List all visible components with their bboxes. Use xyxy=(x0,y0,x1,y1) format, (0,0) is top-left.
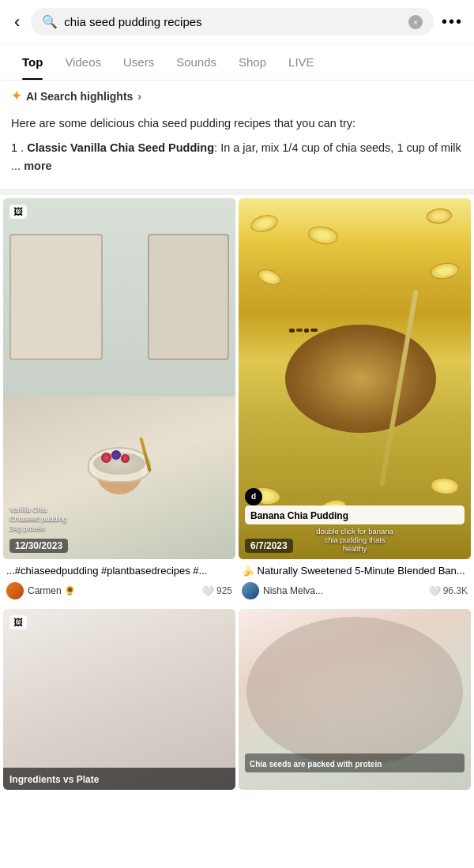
ai-content-section: Here are some delicious chia seed puddin… xyxy=(0,111,474,195)
card4-overlay: Chia seeds are packed with protein xyxy=(245,753,465,772)
video-label-2: Banana Chia Pudding xyxy=(245,505,465,524)
tabs-bar: Top Videos Users Sounds Shop LIVE xyxy=(0,44,474,81)
card1-overlay-line2: Chiaseed pudding xyxy=(9,515,67,523)
tiktok-icon-2: d xyxy=(245,488,262,505)
search-bar[interactable]: 🔍 chia seed pudding recipes × xyxy=(31,8,434,36)
ai-star-icon: ✦ xyxy=(11,88,21,103)
tab-top[interactable]: Top xyxy=(11,44,54,80)
pin-icon-1: 🖼 xyxy=(9,205,27,219)
tab-sounds[interactable]: Sounds xyxy=(165,44,228,80)
search-icon: 🔍 xyxy=(42,14,58,29)
more-options-button[interactable]: ••• xyxy=(442,13,463,31)
tab-shop[interactable]: Shop xyxy=(228,44,277,80)
back-button[interactable]: ‹ xyxy=(11,9,23,36)
more-link[interactable]: more xyxy=(24,160,51,172)
tab-users[interactable]: Users xyxy=(112,44,165,80)
card2-author-name: Nisha Melva... xyxy=(263,585,323,596)
ai-chevron-icon: › xyxy=(137,90,141,103)
tab-videos[interactable]: Videos xyxy=(54,44,112,80)
ai-search-banner[interactable]: ✦ AI Search highlights › xyxy=(0,81,474,111)
search-query-text: chia seed pudding recipes xyxy=(64,15,402,28)
heart-icon-1: 🤍 xyxy=(201,585,214,597)
video-thumb-3: 🖼 Ingredients vs Plate xyxy=(3,609,235,790)
card2-author-row: Nisha Melva... 🤍 96.3K xyxy=(242,582,468,599)
video-card-2[interactable]: d Banana Chia Pudding double click for b… xyxy=(239,198,471,607)
ai-intro-text: Here are some delicious chia seed puddin… xyxy=(11,115,463,133)
card1-meta: ...#chiaseedpudding #plantbasedrecipes #… xyxy=(3,559,235,606)
header: ‹ 🔍 chia seed pudding recipes × ••• xyxy=(0,0,474,44)
video-thumb-4: Chia seeds are packed with protein xyxy=(239,609,471,790)
card2-title: 🍌 Naturally Sweetened 5-Minute Blended B… xyxy=(242,564,468,578)
card1-author-info: Carmen 🌻 xyxy=(6,582,76,599)
card2-author-info: Nisha Melva... xyxy=(242,582,323,599)
video-card-4[interactable]: Chia seeds are packed with protein xyxy=(239,609,471,790)
card1-likes: 🤍 925 xyxy=(201,585,232,597)
ai-recipe-item: 1 . Classic Vanilla Chia Seed Pudding: I… xyxy=(11,139,463,175)
card1-overlay-line1: Vanilla Chia xyxy=(9,505,47,513)
video-thumb-1: Vanilla Chia Chiaseed pudding 24g protei… xyxy=(3,198,235,559)
date-badge-2: 6/7/2023 xyxy=(245,539,293,553)
card2-avatar xyxy=(242,582,259,599)
card2-likes: 🤍 96.3K xyxy=(428,585,468,597)
card1-author-row: Carmen 🌻 🤍 925 xyxy=(6,582,232,599)
card1-author-name: Carmen 🌻 xyxy=(28,585,76,596)
video-grid: Vanilla Chia Chiaseed pudding 24g protei… xyxy=(0,195,474,793)
card1-title: ...#chiaseedpudding #plantbasedrecipes #… xyxy=(6,564,232,578)
date-badge-1: 12/30/2023 xyxy=(9,539,68,553)
clear-button[interactable]: × xyxy=(408,15,423,29)
card1-avatar xyxy=(6,582,24,599)
card2-meta: 🍌 Naturally Sweetened 5-Minute Blended B… xyxy=(239,559,471,606)
video-card-1[interactable]: Vanilla Chia Chiaseed pudding 24g protei… xyxy=(3,198,235,607)
card3-bottom-label: Ingredients vs Plate xyxy=(3,768,235,790)
pin-icon-3: 🖼 xyxy=(9,615,27,629)
ai-banner-label: AI Search highlights xyxy=(26,90,133,103)
tab-live[interactable]: LIVE xyxy=(277,44,325,80)
video-card-3[interactable]: 🖼 Ingredients vs Plate xyxy=(3,609,235,790)
video-thumb-2: d Banana Chia Pudding double click for b… xyxy=(239,198,471,559)
heart-icon-2: 🤍 xyxy=(428,585,441,597)
card1-overlay-line3: 24g protein xyxy=(9,524,45,532)
